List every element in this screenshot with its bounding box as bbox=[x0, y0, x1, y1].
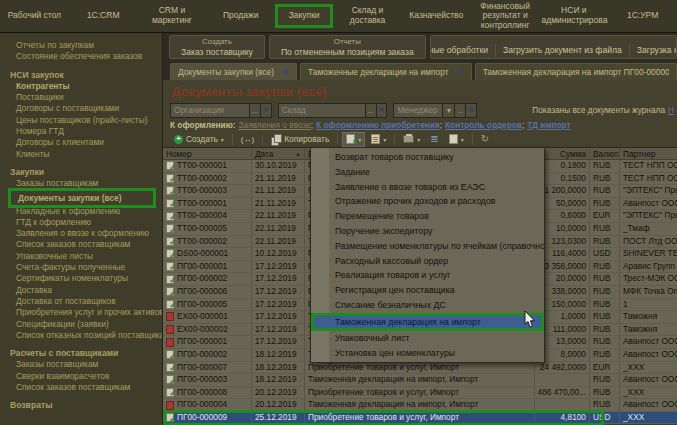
manager-choose-button[interactable]: ... bbox=[454, 104, 465, 117]
top-menu-item-2[interactable]: 1С:CRM bbox=[69, 10, 138, 22]
cell-partner: Таможня bbox=[620, 311, 677, 323]
top-menu-item-6[interactable]: Склад и доставка bbox=[333, 5, 402, 26]
top-menu-item-1[interactable]: Рабочий стол bbox=[0, 10, 69, 22]
sidebar-item[interactable]: Клиенты bbox=[10, 149, 162, 160]
refresh-button[interactable]: ↻ bbox=[477, 132, 493, 147]
status-link[interactable]: Н bbox=[668, 105, 674, 115]
column-header-label: Валюта bbox=[593, 148, 620, 159]
create-button[interactable]: Создать ▾ bbox=[170, 132, 228, 147]
column-header-label: Партнер bbox=[623, 148, 656, 159]
format-link[interactable]: Контроль ордеров bbox=[445, 120, 522, 130]
menu-item[interactable]: Расходный кассовый ордер bbox=[311, 254, 544, 269]
cell-date: 20.12.2019 bbox=[252, 387, 305, 399]
menu-item[interactable]: Реализация товаров и услуг bbox=[311, 268, 544, 283]
top-menu-item-10[interactable]: 1С:УРМ bbox=[608, 10, 677, 22]
top-menu-item-8[interactable]: Финансовый результат и контроллинг bbox=[471, 1, 540, 32]
top-menu-item-4[interactable]: Продажи bbox=[206, 10, 275, 22]
organization-input[interactable] bbox=[171, 105, 249, 115]
action-group: СоздатьЗаказ поставщику bbox=[169, 35, 265, 59]
manager-input[interactable] bbox=[394, 105, 442, 115]
sidebar-item[interactable]: Счета-фактуры полученные bbox=[10, 262, 162, 273]
sidebar-item[interactable]: Упаковочные листы bbox=[10, 251, 162, 262]
sidebar-item[interactable]: Отчеты по закупкам bbox=[10, 40, 162, 51]
organization-choose-button[interactable]: ... bbox=[249, 104, 260, 117]
tab-close-icon[interactable]: ✕ bbox=[457, 67, 464, 77]
menu-item[interactable]: Отражение прочих доходов и расходов bbox=[311, 194, 544, 209]
sidebar-item[interactable]: Доставка bbox=[10, 285, 162, 296]
sidebar-item[interactable]: Договоры с клиентами bbox=[10, 137, 162, 148]
chevron-down-icon: ▾ bbox=[461, 136, 464, 143]
cell-partner: Аванпост ООО bbox=[620, 399, 677, 411]
tab-close-icon[interactable]: ✕ bbox=[282, 67, 289, 77]
manager-clear-button[interactable]: ✕ bbox=[465, 104, 476, 117]
table-row[interactable]: ПГ00-00000820.12.2019Приобретение товаро… bbox=[163, 387, 677, 400]
page-title: Документы закупки (все) bbox=[163, 80, 677, 101]
export-button[interactable]: ▾ bbox=[445, 132, 468, 147]
menu-item[interactable]: Задание bbox=[311, 165, 544, 180]
sidebar-item[interactable]: Заказы поставщикам bbox=[10, 359, 162, 370]
format-link[interactable]: ТД импорт bbox=[527, 120, 570, 130]
sidebar-item[interactable]: Сертификаты номенклатуры bbox=[10, 273, 162, 284]
action-item[interactable]: Дополнительные обработки bbox=[430, 44, 495, 57]
sidebar-item[interactable]: Договоры с поставщиками bbox=[10, 103, 162, 114]
format-link[interactable]: Заявления о ввозе bbox=[239, 120, 311, 130]
menu-item[interactable]: Заявление о ввозе товаров из ЕАЭС bbox=[311, 180, 544, 195]
column-header-1[interactable]: Номер bbox=[163, 148, 252, 159]
sidebar-item[interactable]: Сверки взаиморасчетов bbox=[10, 371, 162, 382]
column-header-5[interactable]: Валюта bbox=[590, 148, 620, 159]
sidebar-item[interactable]: Документы закупки (все) bbox=[8, 188, 156, 208]
create-based-on-button[interactable]: ▾ bbox=[342, 132, 365, 147]
sidebar-item[interactable]: Приобретения услуг и прочих активов bbox=[10, 307, 162, 318]
organization-clear-button[interactable]: ✕ bbox=[260, 104, 271, 117]
sidebar-item[interactable]: Поставщики bbox=[10, 92, 162, 103]
top-menu-item-7[interactable]: Казначейство bbox=[402, 10, 471, 22]
print-button[interactable]: ▾ bbox=[399, 132, 424, 147]
column-header-6[interactable]: Партнер bbox=[620, 148, 677, 159]
sidebar-item[interactable]: Контрагенты bbox=[10, 81, 162, 92]
table-row[interactable]: ПГ00-00000718.12.2019Приобретение товаро… bbox=[163, 362, 677, 375]
warehouse-input[interactable] bbox=[279, 105, 365, 115]
sidebar-item[interactable]: Спецификации (заявки) bbox=[10, 319, 162, 330]
action-item[interactable]: Заказ поставщику bbox=[174, 46, 260, 59]
copy-button[interactable]: Копировать bbox=[267, 132, 333, 147]
sidebar-item[interactable]: ГТД к оформлению bbox=[10, 217, 162, 228]
warehouse-clear-button[interactable]: ✕ bbox=[376, 104, 387, 117]
column-header-2[interactable]: Дата▲ bbox=[252, 148, 305, 159]
menu-item[interactable]: Регистрация цен поставщика bbox=[311, 283, 544, 298]
table-row[interactable]: ПГ00-00000925.12.2019Приобретение товаро… bbox=[163, 412, 677, 425]
table-row[interactable]: ПГ00-00000318.12.2019Таможенная декларац… bbox=[163, 374, 677, 387]
menu-item[interactable]: Упаковочный лист bbox=[311, 331, 544, 346]
tab-2[interactable]: Таможенные декларации на импорт✕ bbox=[300, 63, 472, 80]
format-link[interactable]: К оформлению приобретения bbox=[316, 120, 440, 130]
menu-item[interactable]: Списание безналичных ДС bbox=[311, 298, 544, 313]
menu-item[interactable]: Перемещение товаров bbox=[311, 209, 544, 224]
table-row[interactable]: ПГ00-00000420.12.2019Таможенная декларац… bbox=[163, 399, 677, 412]
menu-item[interactable]: Таможенная декларация на импорт bbox=[311, 313, 544, 331]
sidebar-item[interactable]: Список заказов поставщикам bbox=[10, 239, 162, 250]
warehouse-choose-button[interactable]: ... bbox=[365, 104, 376, 117]
top-menu-item-3[interactable]: CRM и маркетинг bbox=[138, 5, 207, 26]
manager-dropdown-button[interactable]: ▼ bbox=[442, 104, 454, 117]
menu-item[interactable]: Возврат товаров поставщику bbox=[311, 150, 544, 165]
action-item[interactable]: Загрузка кодов ТН ВЭД bbox=[629, 44, 677, 57]
menu-item[interactable]: Установка цен номенклатуры bbox=[311, 346, 544, 361]
sidebar-item[interactable]: Номера ГТД bbox=[10, 126, 162, 137]
tab-3[interactable]: Таможенная декларация на импорт ПГ00-000… bbox=[475, 63, 677, 80]
action-item[interactable]: По отмененным позициям заказа bbox=[274, 46, 421, 59]
action-item[interactable]: Загрузить документ из файла bbox=[495, 44, 629, 57]
top-menu-item-9[interactable]: НСИ и администрирование bbox=[539, 5, 608, 26]
set-period-button[interactable]: (↔) bbox=[237, 132, 258, 147]
tab-1[interactable]: Документы закупки (все)✕ bbox=[170, 63, 297, 80]
top-menu-item-5[interactable]: Закупки bbox=[275, 4, 333, 28]
sidebar-item[interactable]: Список заказов поставщикам bbox=[10, 382, 162, 393]
menu-item[interactable]: Размещение номенклатуры по ячейкам (спра… bbox=[311, 239, 544, 254]
sidebar-item[interactable]: Заявления о ввозе к оформлению bbox=[10, 228, 162, 239]
menu-item[interactable]: Поручение экспедитору bbox=[311, 224, 544, 239]
report-button[interactable]: ≣ bbox=[426, 132, 442, 147]
sidebar-item[interactable]: Состояние обеспечения заказов bbox=[10, 51, 162, 62]
document-actions-button[interactable]: ▾ bbox=[367, 132, 390, 147]
sidebar-item[interactable]: Доставка от поставщиков bbox=[10, 296, 162, 307]
sidebar-item[interactable]: Список отказных позиций поставщика bbox=[10, 330, 162, 341]
sidebar-item[interactable]: Цены поставщиков (прайс-листы) bbox=[10, 115, 162, 126]
journal-status-text: Показаны все документы журналаН bbox=[532, 105, 674, 115]
